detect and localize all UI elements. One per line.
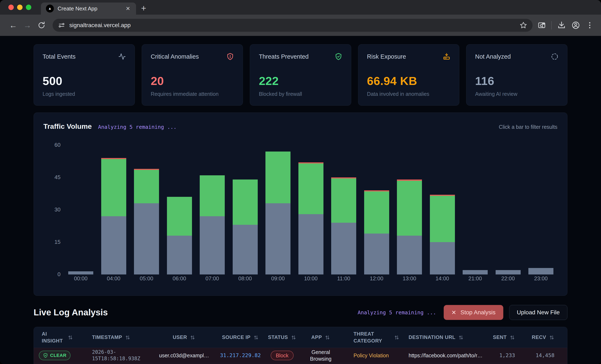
bar-segment-pending [298, 214, 323, 274]
sort-icon[interactable] [510, 335, 515, 340]
bar-segment-clear [331, 178, 356, 223]
card-risk-exposure: Risk Exposure 66.94 KB Data involved in … [358, 44, 459, 106]
hard-drive-download-icon [443, 53, 450, 60]
zoom-window-button[interactable] [26, 5, 31, 10]
chart-bar-23:00[interactable] [528, 268, 553, 274]
bookmark-star-icon[interactable] [520, 21, 527, 29]
x-axis-label: 11:00 [327, 275, 361, 282]
timestamp-cell: 2026-03-15T18:58:18.938Z [83, 348, 155, 363]
chart-bar-21:00[interactable] [463, 270, 488, 274]
x-axis-label: 23:00 [524, 275, 558, 282]
x-axis-label: 13:00 [393, 275, 426, 282]
minimize-window-button[interactable] [17, 5, 22, 10]
x-axis-label: 08:00 [229, 275, 262, 282]
sent-cell: 1,233 [491, 348, 522, 363]
chart-bar-00:00[interactable] [68, 271, 93, 274]
chart-bar-09:00[interactable] [265, 152, 290, 274]
sort-icon[interactable] [325, 335, 330, 340]
bar-segment-pending [528, 268, 553, 274]
sort-icon[interactable] [253, 335, 259, 340]
card-label: Threats Prevented [259, 53, 309, 60]
bar-segment-pending [167, 236, 192, 274]
block-badge: Block [271, 351, 293, 360]
chart-bar-07:00[interactable] [200, 175, 225, 274]
col-user[interactable]: USER [155, 327, 213, 348]
site-settings-icon[interactable] [58, 22, 65, 29]
chart-bar-08:00[interactable] [233, 180, 258, 274]
downloads-icon[interactable] [557, 21, 566, 30]
upload-new-file-button[interactable]: Upload New File [509, 305, 567, 320]
bar-segment-pending [68, 271, 93, 274]
sort-icon[interactable] [190, 335, 195, 340]
y-axis-tick: 45 [42, 174, 60, 181]
bar-segment-pending [397, 236, 422, 274]
chart-bar-11:00[interactable] [331, 177, 356, 274]
x-axis-label: 07:00 [196, 275, 229, 282]
chart-bar-05:00[interactable] [134, 169, 159, 274]
browser-tab[interactable]: ▲ Create Next App ✕ [41, 2, 136, 15]
bar-segment-pending [463, 270, 488, 274]
close-window-button[interactable] [8, 5, 14, 10]
col-timestamp[interactable]: TIMESTAMP [83, 327, 155, 348]
col-threat-category[interactable]: THREAT CATEGORY [345, 327, 403, 348]
card-threats-prevented: Threats Prevented 222 Blocked by firewal… [250, 44, 351, 106]
chart-bar-14:00[interactable] [430, 195, 455, 274]
profile-icon[interactable] [571, 21, 580, 30]
address-bar[interactable]: signaltraceai.vercel.app [53, 19, 532, 32]
card-subtext: Awaiting AI review [475, 91, 558, 97]
x-axis-label: 05:00 [130, 275, 163, 282]
chart-bar-22:00[interactable] [496, 270, 521, 274]
chart-bar-13:00[interactable] [397, 180, 422, 274]
back-button[interactable]: ← [7, 19, 19, 31]
forward-button[interactable]: → [21, 19, 33, 31]
card-total-events: Total Events 500 Logs ingested [34, 44, 135, 106]
x-axis-label: 10:00 [294, 275, 328, 282]
search-tabs-icon[interactable] [538, 21, 546, 30]
col-ai-insight[interactable]: AI INSIGHT [34, 327, 83, 348]
sort-icon[interactable] [125, 335, 130, 340]
chart-bar-06:00[interactable] [167, 197, 192, 274]
card-label: Not Analyzed [475, 53, 511, 60]
col-sent[interactable]: SENT [491, 327, 522, 348]
chart-bar-12:00[interactable] [364, 190, 389, 274]
col-destination-url[interactable]: DESTINATION URL [403, 327, 491, 348]
source-ip-cell: 31.217.229.82 [213, 348, 268, 363]
col-source-ip[interactable]: SOURCE IP [213, 327, 268, 348]
bar-segment-clear [265, 152, 290, 203]
card-label: Total Events [43, 53, 76, 60]
card-subtext: Logs ingested [43, 91, 126, 97]
timestamp-cell: 2026-03 [83, 363, 155, 364]
stop-analysis-button[interactable]: ✕ Stop Analysis [444, 305, 503, 320]
chart-bar-04:00[interactable] [101, 158, 126, 274]
shield-check-icon [335, 53, 342, 60]
chart-bar-10:00[interactable] [298, 162, 323, 274]
x-axis-label: 04:00 [97, 275, 130, 282]
bar-segment-pending [364, 233, 389, 274]
table-header-row: AI INSIGHT TIMESTAMP USER SOURCE IP STAT… [34, 327, 567, 348]
y-axis-tick: 30 [42, 206, 60, 213]
menu-kebab-icon[interactable] [586, 21, 594, 30]
col-recv[interactable]: RECV [522, 327, 567, 348]
bar-segment-clear [397, 181, 422, 236]
table-row[interactable]: CLEAR 2026-03-15T18:58:18.938Z user.c03d… [34, 348, 567, 363]
screenshot: ▲ Create Next App ✕ + ← → signaltraceai.… [0, 0, 601, 364]
x-axis-label: 06:00 [163, 275, 196, 282]
reload-button[interactable] [35, 19, 48, 31]
x-axis-label: 09:00 [261, 275, 295, 282]
bar-segment-pending [134, 203, 159, 274]
card-value: 116 [475, 74, 558, 88]
card-subtext: Data involved in anomalies [367, 91, 450, 97]
tab-close-icon[interactable]: ✕ [125, 5, 131, 13]
table-row-partial[interactable]: CLEAR 2026-03 [34, 363, 567, 364]
col-status[interactable]: STATUS [268, 327, 297, 348]
sort-icon[interactable] [458, 335, 464, 340]
sort-icon[interactable] [549, 335, 554, 340]
new-tab-button[interactable]: + [141, 3, 146, 13]
sort-icon[interactable] [68, 335, 73, 340]
col-app[interactable]: APP [297, 327, 345, 348]
sort-icon[interactable] [291, 335, 296, 340]
url-text[interactable]: signaltraceai.vercel.app [69, 22, 515, 29]
bar-segment-clear [101, 159, 126, 216]
browser-toolbar: ← → signaltraceai.vercel.app [0, 15, 601, 36]
sort-icon[interactable] [394, 335, 400, 340]
